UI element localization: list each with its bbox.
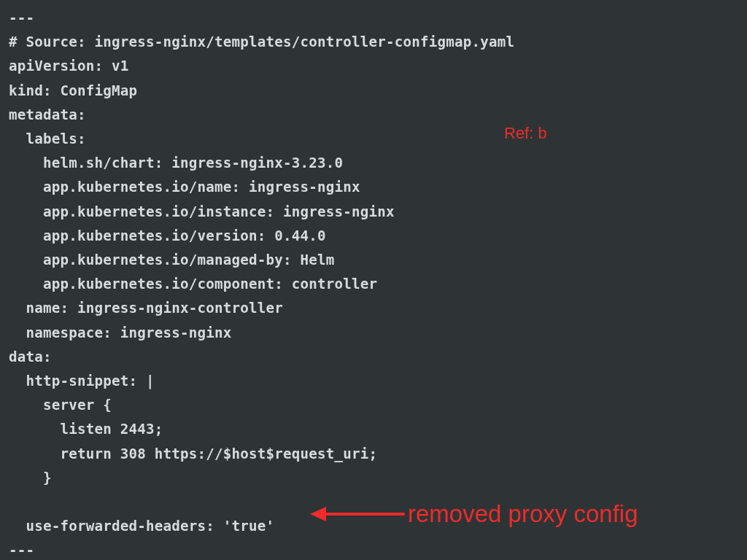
- code-block: --- # Source: ingress-nginx/templates/co…: [0, 0, 523, 560]
- annotation-ref-b: Ref: b: [504, 124, 547, 143]
- annotation-removed-proxy-config: removed proxy config: [408, 500, 638, 528]
- svg-marker-1: [310, 507, 326, 521]
- arrow-icon: [310, 502, 405, 526]
